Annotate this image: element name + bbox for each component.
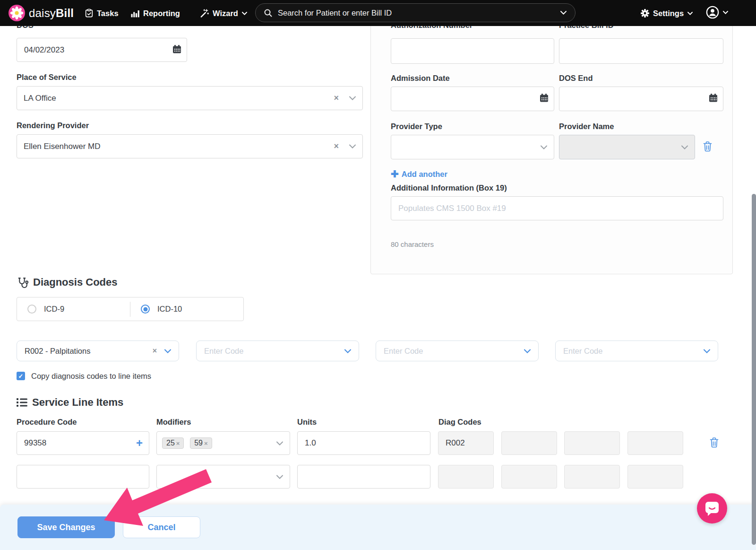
chevron-down-icon bbox=[687, 12, 693, 15]
rendering-provider-value: Ellen Eisenhower MD bbox=[24, 142, 334, 151]
cancel-button[interactable]: Cancel bbox=[123, 516, 200, 538]
copy-diagnosis-checkbox[interactable]: ✓ bbox=[17, 372, 25, 380]
search-icon bbox=[264, 9, 272, 17]
chevron-down-icon[interactable] bbox=[560, 11, 567, 15]
trash-icon bbox=[703, 141, 712, 152]
chevron-down-icon bbox=[242, 12, 247, 15]
modifiers-select[interactable]: 25× 59× bbox=[156, 431, 290, 455]
icd9-radio[interactable] bbox=[27, 305, 36, 314]
diagnosis-code-select-4[interactable]: Enter Code bbox=[555, 340, 718, 361]
chevron-down-icon[interactable] bbox=[541, 145, 547, 149]
bar-chart-icon bbox=[131, 9, 139, 17]
diagnosis-code-select-1[interactable]: R002 - Palpitations × bbox=[17, 340, 179, 361]
clear-icon[interactable]: × bbox=[334, 141, 339, 151]
diag-code-box[interactable] bbox=[564, 431, 620, 455]
char-count: 80 characters bbox=[391, 240, 434, 248]
plus-icon: ✚ bbox=[391, 168, 399, 180]
diag-code-box[interactable] bbox=[501, 431, 557, 455]
icd9-label: ICD-9 bbox=[44, 305, 64, 314]
icd9-option[interactable]: ICD-9 bbox=[17, 305, 130, 314]
delete-provider-button[interactable] bbox=[703, 141, 712, 154]
place-of-service-value: LA Office bbox=[24, 94, 334, 103]
nav-reporting[interactable]: Reporting bbox=[131, 7, 180, 19]
diag-code-box[interactable] bbox=[627, 431, 683, 455]
user-avatar-icon bbox=[706, 6, 719, 19]
additional-info-label: Additional Information (Box 19) bbox=[391, 183, 507, 192]
modifier-chip[interactable]: 25× bbox=[162, 437, 184, 449]
provider-type-label: Provider Type bbox=[391, 122, 442, 131]
daisybill-logo[interactable]: daisyBill bbox=[9, 5, 74, 21]
calendar-icon[interactable] bbox=[709, 94, 718, 105]
dos-input[interactable] bbox=[17, 38, 187, 62]
diagnosis-code-select-2[interactable]: Enter Code bbox=[196, 340, 359, 361]
remove-modifier-icon[interactable]: × bbox=[204, 440, 208, 447]
place-of-service-label: Place of Service bbox=[17, 73, 77, 82]
diag-code-box[interactable] bbox=[564, 465, 620, 489]
procedure-code-input[interactable] bbox=[17, 431, 149, 455]
save-changes-button[interactable]: Save Changes bbox=[17, 516, 115, 538]
additional-info-input[interactable] bbox=[391, 196, 723, 220]
practice-bill-id-input[interactable] bbox=[559, 38, 723, 64]
col-units: Units bbox=[297, 418, 317, 427]
copy-diagnosis-label: Copy diagnosis codes to line items bbox=[31, 372, 151, 381]
scrollbar-thumb[interactable] bbox=[752, 194, 756, 545]
calendar-icon[interactable] bbox=[172, 44, 181, 55]
admission-date-label: Admission Date bbox=[391, 74, 450, 83]
app-screen: DOS Place of Service LA Office × Renderi… bbox=[0, 0, 756, 550]
chevron-down-icon[interactable] bbox=[276, 441, 283, 445]
provider-name-label: Provider Name bbox=[559, 122, 614, 131]
chevron-down-icon[interactable] bbox=[349, 96, 356, 100]
icd10-label: ICD-10 bbox=[157, 305, 182, 314]
diag-code-box[interactable] bbox=[438, 465, 494, 489]
global-search[interactable]: Search for Patient or enter Bill ID bbox=[255, 3, 576, 22]
dos-end-input[interactable] bbox=[559, 87, 723, 111]
procedure-code-input[interactable] bbox=[17, 465, 149, 489]
admission-date-input[interactable] bbox=[391, 87, 554, 111]
units-input[interactable] bbox=[297, 431, 430, 455]
rendering-provider-select[interactable]: Ellen Eisenhower MD × bbox=[17, 134, 363, 158]
diag-code-box[interactable]: R002 bbox=[438, 431, 494, 455]
add-another-link[interactable]: ✚ Add another bbox=[391, 168, 447, 180]
provider-name-select bbox=[559, 135, 695, 159]
dos-end-label: DOS End bbox=[559, 74, 593, 83]
icd10-radio[interactable] bbox=[141, 305, 150, 314]
diagnosis-code-1-value: R002 - Palpitations bbox=[25, 347, 153, 356]
place-of-service-select[interactable]: LA Office × bbox=[17, 86, 363, 110]
diag-code-box[interactable] bbox=[501, 465, 557, 489]
modifier-chip[interactable]: 59× bbox=[190, 437, 212, 449]
list-icon bbox=[17, 398, 27, 407]
authorization-number-input[interactable] bbox=[391, 38, 554, 64]
chevron-down-icon[interactable] bbox=[344, 349, 351, 353]
provider-type-select[interactable] bbox=[391, 135, 554, 159]
chevron-down-icon[interactable] bbox=[349, 144, 356, 148]
trash-icon bbox=[710, 437, 719, 448]
rendering-provider-label: Rendering Provider bbox=[17, 121, 89, 130]
nav-settings[interactable]: Settings bbox=[641, 7, 693, 19]
clear-icon[interactable]: × bbox=[153, 347, 157, 355]
units-input[interactable] bbox=[297, 465, 430, 489]
remove-modifier-icon[interactable]: × bbox=[176, 440, 180, 447]
clear-icon[interactable]: × bbox=[334, 93, 339, 103]
nav-tasks[interactable]: Tasks bbox=[85, 7, 119, 19]
brand-bill: Bill bbox=[56, 7, 74, 19]
modifiers-select[interactable] bbox=[156, 465, 290, 489]
nav-wizard[interactable]: Wizard bbox=[200, 7, 247, 19]
diag-code-box[interactable] bbox=[627, 465, 683, 489]
col-modifiers: Modifiers bbox=[156, 418, 191, 427]
stethoscope-icon bbox=[17, 277, 28, 288]
icd10-option[interactable]: ICD-10 bbox=[130, 305, 243, 314]
chevron-down-icon[interactable] bbox=[524, 349, 531, 353]
add-procedure-icon[interactable]: + bbox=[136, 437, 143, 449]
chevron-down-icon[interactable] bbox=[704, 349, 710, 353]
chat-icon bbox=[704, 501, 720, 516]
chevron-down-icon[interactable] bbox=[164, 349, 171, 353]
calendar-icon[interactable] bbox=[540, 94, 549, 105]
diagnosis-code-select-3[interactable]: Enter Code bbox=[376, 340, 539, 361]
delete-service-line-button[interactable] bbox=[710, 437, 719, 450]
account-menu[interactable] bbox=[706, 6, 728, 18]
chevron-down-icon[interactable] bbox=[276, 475, 283, 479]
icd-toggle-group: ICD-9 ICD-10 bbox=[17, 297, 244, 321]
gear-icon bbox=[641, 9, 649, 17]
chat-launcher-button[interactable] bbox=[697, 493, 727, 524]
dos-field-wrap bbox=[17, 38, 187, 62]
